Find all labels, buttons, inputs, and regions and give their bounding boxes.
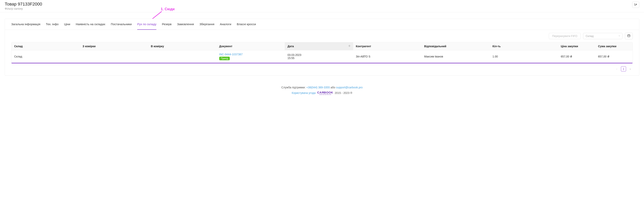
tab-stock-availability[interactable]: Наявність на складах [76, 19, 105, 30]
col-counterparty[interactable]: Контрагент [353, 42, 422, 50]
header-actions [632, 1, 639, 8]
user-agreement-link[interactable]: Користувача угода [292, 91, 316, 95]
col-purchase-sum[interactable]: Сума закупки [595, 42, 632, 50]
cell-purchase-sum: 657,00 ₴ [595, 50, 632, 63]
tab-own-crosses[interactable]: Власні кросси [237, 19, 256, 30]
pagination-page-1[interactable]: 1 [621, 66, 626, 71]
col-warehouse[interactable]: Склад [12, 42, 80, 50]
col-date[interactable]: Дата [285, 42, 353, 50]
header-titles: Товар 97133F2000 Фільтр салону [5, 1, 42, 10]
page-subtitle: Фільтр салону [5, 7, 42, 10]
tab-storage[interactable]: Зберігання [199, 19, 214, 30]
tab-stock-movement[interactable]: Рух по складу [137, 19, 156, 30]
table-header-row: Склад З комірки В комірку Документ Дата … [12, 42, 632, 50]
calendar-icon [627, 34, 630, 38]
cell-counterparty: Зіп-АВТО S [353, 50, 422, 63]
col-date-label: Дата [288, 45, 294, 48]
warehouse-select[interactable]: Склад [583, 33, 622, 39]
col-qty[interactable]: Кіл-ть [490, 42, 558, 50]
support-email-link[interactable]: support@carbook.pro [336, 86, 362, 89]
page-header: Товар 97133F2000 Фільтр салону [0, 0, 644, 12]
carbook-logo: CARBOOK cause we love the cars [317, 91, 333, 95]
document-link[interactable]: INC-9444-1037387 [219, 53, 243, 56]
footer-years: 2015 - 2023 ® [335, 91, 352, 95]
tab-suppliers[interactable]: Постачальники [111, 19, 132, 30]
tab-reserve[interactable]: Резерв [162, 19, 172, 30]
tab-orders[interactable]: Замовлення [177, 19, 194, 30]
tab-general-info[interactable]: Загальна інформація [11, 19, 40, 30]
cell-from-cell [80, 50, 148, 63]
warehouse-select-wrap: Склад [583, 33, 622, 39]
pagination-next[interactable]: › [628, 66, 633, 71]
movement-table: Склад З комірки В комірку Документ Дата … [12, 42, 632, 63]
cell-responsible: Максим Іванов [422, 50, 490, 63]
col-from-cell[interactable]: З комірки [80, 42, 148, 50]
document-type-badge: Прихід [219, 57, 230, 60]
footer-support-line: Служба підтримки: +38(044) 389-3355 або … [0, 86, 644, 89]
cell-qty: 1.00 [490, 50, 558, 63]
table-row: Склад INC-9444-1037387 Прихід 03.03.2023… [12, 50, 632, 63]
tab-tech-info[interactable]: Тех. інфо [46, 19, 58, 30]
support-or: або [331, 86, 336, 89]
pagination: ‹ 1 › [5, 64, 639, 71]
exit-icon [634, 3, 637, 7]
col-responsible[interactable]: Відповідальний [422, 42, 490, 50]
content-card: Загальна інформація Тех. інфо Ціни Наявн… [5, 19, 639, 76]
cell-purchase-price: 657,00 ₴ [558, 50, 595, 63]
cell-date: 03.03.2023 15:55 [285, 50, 353, 63]
cell-to-cell [148, 50, 216, 63]
date-picker-button[interactable] [625, 33, 633, 39]
svg-rect-2 [628, 35, 630, 37]
cell-document: INC-9444-1037387 Прихід [216, 50, 285, 63]
col-document[interactable]: Документ [216, 42, 285, 50]
recalc-fifo-button[interactable]: Перерахувати FIFO [549, 33, 581, 39]
sort-icon [348, 45, 350, 47]
col-purchase-price[interactable]: Ціна закупки [558, 42, 595, 50]
table-toolbar: Перерахувати FIFO Склад [5, 30, 639, 42]
pagination-prev[interactable]: ‹ [614, 66, 619, 71]
table-separator [12, 63, 632, 63]
support-label: Служба підтримки: [282, 86, 306, 89]
chevron-left-icon: ‹ [616, 67, 618, 70]
tab-analogs[interactable]: Аналоги [220, 19, 231, 30]
col-to-cell[interactable]: В комірку [148, 42, 216, 50]
chevron-right-icon: › [630, 67, 631, 70]
page-footer: Служба підтримки: +38(044) 389-3355 або … [0, 82, 644, 101]
header-action-button[interactable] [632, 1, 639, 8]
support-phone-link[interactable]: +38(044) 389-3355 [306, 86, 330, 89]
cell-warehouse: Склад [12, 50, 80, 63]
footer-legal-line: Користувача угода CARBOOK cause we love … [0, 91, 644, 95]
tab-prices[interactable]: Ціни [64, 19, 70, 30]
tabs-bar: Загальна інформація Тех. інфо Ціни Наявн… [5, 19, 639, 30]
movement-table-wrap: Склад З комірки В комірку Документ Дата … [11, 42, 633, 64]
page-title: Товар 97133F2000 [5, 1, 42, 7]
